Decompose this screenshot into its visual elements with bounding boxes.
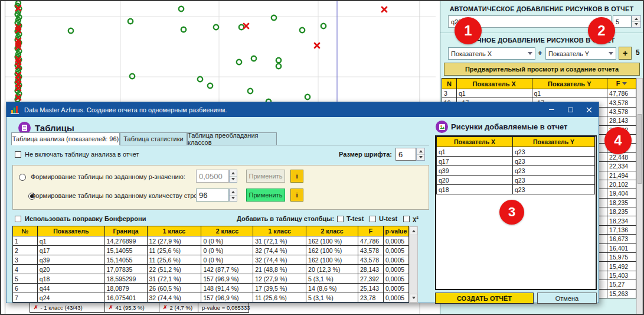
table-cell: q1	[456, 89, 532, 98]
table-cell: 18,234	[607, 216, 636, 225]
y-indicator-combobox[interactable]: Показатель Y	[545, 47, 616, 60]
table-cell: q23	[513, 176, 595, 185]
table-row[interactable]: 5q1818,59529931 (72,1 %)157 (96,9 %)12 (…	[13, 274, 409, 284]
row-count-radio-label: Формирование таблицы по заданному количе…	[31, 192, 202, 199]
plot-legend-bar: ✗ - 1 класс (43/43) ✗ 41 (95,3 %) ✗ 2 (4…	[30, 302, 249, 313]
table-cell: 0 (0 %)	[201, 236, 253, 246]
pictures-table: Показатель XПоказатель Yq1q23q17q23q39q2…	[436, 137, 596, 194]
tab-analysis-table[interactable]: Таблица анализа (показателей: 96)	[11, 132, 120, 145]
red-x-marker-icon: ✗	[109, 304, 113, 310]
table-cell: 17 (39,5 %)	[253, 284, 306, 293]
table-cell: 0,0005	[383, 293, 408, 303]
table-row[interactable]: q17q23	[437, 157, 595, 166]
ttest-checkbox[interactable]	[337, 216, 344, 222]
table-cell: q23	[513, 166, 595, 176]
scroll-down-icon[interactable]	[410, 294, 417, 303]
column-header: Показатель X	[437, 137, 513, 147]
table-cell: 162 (100 %)	[306, 255, 358, 265]
font-size-field[interactable]: 6	[395, 148, 416, 161]
chi2-checkbox[interactable]	[403, 216, 410, 222]
spinner-down-icon[interactable]	[230, 177, 237, 183]
table-cell: 14,276899	[104, 236, 147, 246]
analysis-table-scrollbar[interactable]	[409, 226, 418, 303]
scroll-up-icon[interactable]	[410, 226, 417, 235]
spinner-up-icon[interactable]	[632, 16, 640, 22]
column-header: Показатель X	[456, 79, 532, 89]
table-row[interactable]: 1q114,27689912 (27,9 %)0 (0 %)31 (72,1 %…	[13, 236, 409, 246]
apply-pvalue-button[interactable]: Применить	[246, 170, 285, 183]
p-value-radio[interactable]	[19, 174, 26, 181]
manual-count-label: 5	[636, 48, 640, 57]
table-row[interactable]: 6q4418,087926 (60,5 %)148 (91,4 %)17 (39…	[13, 284, 409, 293]
spinner-up-icon[interactable]	[230, 170, 237, 177]
table-cell: 4	[13, 265, 38, 274]
scatter-point-class2	[251, 56, 256, 61]
scrollbar-thumb[interactable]	[638, 114, 642, 184]
close-icon	[586, 107, 592, 113]
auto-count-field[interactable]: 5	[613, 15, 632, 28]
minimize-button[interactable]	[542, 102, 561, 117]
utest-checkbox[interactable]	[370, 216, 376, 222]
info-rowcount-button[interactable]: i	[290, 189, 303, 202]
table-row[interactable]: q39q23	[437, 166, 595, 176]
column-header: F	[358, 226, 383, 236]
table-cell: 43,578	[607, 98, 636, 107]
exclude-analysis-checkbox[interactable]	[15, 151, 21, 158]
table-cell: q44	[37, 284, 104, 293]
row-count-spinner[interactable]	[229, 189, 237, 202]
table-row[interactable]: 7q2416,07540132 (74,4 %)157 (96,9 %)11 (…	[13, 293, 409, 303]
spinner-down-icon[interactable]	[230, 196, 237, 202]
spinner-up-icon[interactable]	[417, 148, 424, 155]
create-report-button[interactable]: СОЗДАТЬ ОТЧЁТ	[435, 293, 534, 304]
add-pair-button[interactable]: +	[619, 47, 632, 60]
table-row[interactable]: 3q1q147,786	[442, 89, 636, 98]
table-cell: 6	[13, 284, 38, 293]
p-value-spinner[interactable]	[229, 170, 237, 183]
column-header: N	[442, 79, 457, 89]
table-cell: 0 (0 %)	[201, 255, 253, 265]
table-cell: 32 (74,4 %)	[253, 246, 306, 255]
legend-text: p-value = 0,085333	[202, 304, 250, 311]
table-cell: q1	[37, 236, 104, 246]
table-cell: 3	[13, 255, 38, 265]
bonferroni-checkbox[interactable]	[15, 216, 21, 222]
table-cell: 5 (3,1 %)	[306, 274, 358, 284]
table-cell: 162 (100 %)	[306, 236, 358, 246]
table-cell: 157 (96,9 %)	[201, 293, 253, 303]
column-header[interactable]: F	[607, 79, 636, 89]
annotation-badge-2: 2	[588, 17, 615, 44]
tab-statistics-table[interactable]: Таблица статистики	[120, 132, 187, 145]
sort-desc-icon	[622, 82, 627, 87]
legend-item-count2: ✗ 2 (4,7 %)	[159, 302, 198, 313]
tab-class-prevalence-table[interactable]: Таблица преобладания классов	[187, 132, 277, 145]
x-indicator-combobox[interactable]: Показатель X	[448, 47, 535, 60]
p-value-radio-label: Формирование таблицы по заданному p-знач…	[31, 173, 185, 180]
maximize-button[interactable]	[561, 102, 580, 117]
row-count-field[interactable]: 96	[196, 189, 229, 202]
spinner-up-icon[interactable]	[230, 189, 237, 196]
auto-count-spinner[interactable]	[632, 15, 641, 28]
table-row[interactable]: q1q23	[437, 147, 595, 157]
table-row[interactable]: q18q23	[437, 185, 595, 194]
table-row[interactable]: 4q2017,0783522 (51,2 %)142 (87,7 %)21 (4…	[13, 265, 409, 274]
close-button[interactable]	[580, 102, 599, 117]
table-cell: q23	[513, 147, 595, 157]
table-row[interactable]: q20q23	[437, 176, 595, 185]
info-pvalue-button[interactable]: i	[290, 170, 303, 183]
table-cell: 0,0005	[383, 246, 408, 255]
spinner-down-icon[interactable]	[417, 155, 424, 161]
p-value-field[interactable]: 0,0500	[196, 170, 229, 183]
spinner-down-icon[interactable]	[632, 22, 640, 27]
font-size-spinner[interactable]	[416, 148, 425, 161]
dialog-titlebar[interactable]: Data Master Azforus. Создание отчета по …	[6, 102, 599, 117]
apply-rowcount-button[interactable]: Применить	[246, 189, 285, 202]
results-table-scrollbar[interactable]	[636, 78, 643, 315]
preview-create-report-button[interactable]: Предварительный просмотр и создание отче…	[444, 63, 640, 76]
scatter-point-class1	[244, 24, 249, 28]
table-cell: 26 (60,5 %)	[147, 284, 201, 293]
table-row[interactable]: 2q1715,1405511 (25,6 %)0 (0 %)32 (74,4 %…	[13, 246, 409, 255]
cancel-button[interactable]: Отмена	[537, 293, 597, 304]
table-row[interactable]: 3q3915,1405511 (25,6 %)0 (0 %)32 (74,4 %…	[13, 255, 409, 265]
table-cell: 43,578	[358, 246, 383, 255]
analysis-table: №ПоказательГраница1 класс2 класс1 класс2…	[12, 226, 409, 303]
